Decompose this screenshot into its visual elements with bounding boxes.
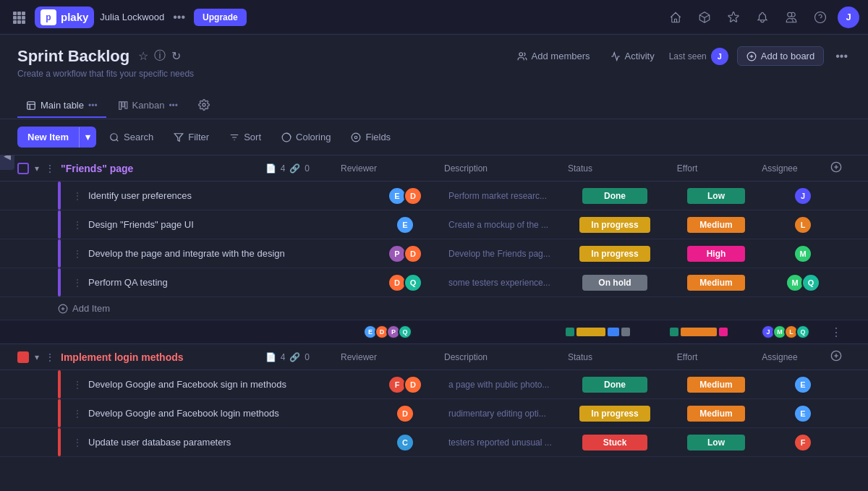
row-color-bar xyxy=(58,182,61,210)
main-table-dots[interactable]: ••• xyxy=(88,101,98,111)
row-effort[interactable]: Low xyxy=(665,188,767,204)
col-add-1[interactable] xyxy=(822,161,851,175)
row-name: Develop Google and Facebook sign in meth… xyxy=(88,376,362,393)
row-status[interactable]: In progress xyxy=(564,217,665,233)
collapse-sidebar-button[interactable]: ◀ xyxy=(0,155,14,170)
svg-rect-3 xyxy=(13,16,17,20)
filter-button[interactable]: Filter xyxy=(166,127,216,147)
user-avatar[interactable]: J xyxy=(838,7,859,28)
svg-rect-8 xyxy=(22,20,25,24)
reviewer-avatar: D xyxy=(396,404,414,423)
assignee-avatar: F xyxy=(793,433,812,452)
tab-kanban[interactable]: Kanban ••• xyxy=(109,94,187,118)
row-drag-handle[interactable]: ⋮ xyxy=(67,379,88,390)
tab-main-table[interactable]: Main table ••• xyxy=(17,94,106,118)
username-display: Julia Lockwood xyxy=(100,12,164,22)
activity-button[interactable]: Activity xyxy=(605,48,660,64)
effort-badge: Low xyxy=(687,435,745,451)
group-chevron-friends[interactable]: ▾ xyxy=(35,163,39,174)
summary-effort xyxy=(648,328,749,336)
row-assignee: F xyxy=(767,433,839,452)
sort-button[interactable]: Sort xyxy=(222,127,268,147)
svg-rect-4 xyxy=(17,16,21,20)
new-item-button[interactable]: New Item ▾ xyxy=(17,127,96,148)
row-drag-handle[interactable]: ⋮ xyxy=(67,437,88,448)
cube-icon[interactable] xyxy=(693,6,716,29)
group-chevron-login[interactable]: ▾ xyxy=(35,352,39,362)
row-status[interactable]: Done xyxy=(564,377,665,393)
info-icon[interactable]: ⓘ xyxy=(154,48,166,64)
group-checkbox-login[interactable] xyxy=(17,351,29,363)
row-effort[interactable]: Medium xyxy=(665,217,767,233)
row-reviewers: E D xyxy=(362,187,448,205)
row-effort[interactable]: High xyxy=(665,246,767,262)
row-effort[interactable]: Medium xyxy=(665,377,767,393)
add-members-button[interactable]: Add members xyxy=(511,48,596,64)
col-header-status-2: Status xyxy=(529,352,631,362)
summary-status xyxy=(547,328,648,336)
row-drag-handle[interactable]: ⋮ xyxy=(67,248,88,260)
assignee-avatar: Q xyxy=(801,273,820,292)
search-button[interactable]: Search xyxy=(102,127,161,147)
home-icon[interactable] xyxy=(664,6,687,29)
add-item-button[interactable]: Add Item xyxy=(0,297,868,320)
kanban-dots[interactable]: ••• xyxy=(169,101,178,111)
group-meta-login: 📄 4 🔗 0 xyxy=(265,352,310,362)
coloring-button[interactable]: Coloring xyxy=(274,127,338,147)
row-assignee: M xyxy=(767,244,839,263)
row-effort[interactable]: Medium xyxy=(665,275,767,291)
svg-rect-17 xyxy=(125,101,127,108)
group-header-friends: ▾ ⋮ "Friends" page 📄 4 🔗 0 Reviewer Desc… xyxy=(0,155,868,182)
people-icon[interactable] xyxy=(780,6,803,29)
row-drag-handle[interactable]: ⋮ xyxy=(67,408,88,419)
top-navigation: p plaky Julia Lockwood ••• Upgrade J xyxy=(0,0,868,35)
question-icon[interactable] xyxy=(809,6,832,29)
table-row: ⋮ Develop the page and integrate with th… xyxy=(0,239,868,268)
col-header-effort-1: Effort xyxy=(637,163,738,174)
svg-point-18 xyxy=(203,103,205,106)
row-status[interactable]: In progress xyxy=(564,406,665,422)
add-to-board-button[interactable]: Add to board xyxy=(737,46,824,66)
row-drag-handle[interactable]: ⋮ xyxy=(67,190,88,202)
star-icon[interactable] xyxy=(722,6,745,29)
svg-point-10 xyxy=(519,52,523,56)
col-add-2[interactable] xyxy=(822,350,851,364)
board-header: Sprint Backlog ☆ ⓘ ↻ Add members Activit… xyxy=(0,35,868,93)
row-effort[interactable]: Low xyxy=(665,435,767,451)
row-status[interactable]: In progress xyxy=(564,246,665,262)
table-row: ⋮ Design "Friends" page UI E Create a mo… xyxy=(0,210,868,239)
row-status[interactable]: On hold xyxy=(564,275,665,291)
col-header-effort-2: Effort xyxy=(637,352,738,362)
more-options-icon[interactable]: ••• xyxy=(170,8,188,27)
svg-rect-6 xyxy=(13,20,17,24)
row-status[interactable]: Stuck xyxy=(564,435,665,451)
row-name: Develop the page and integrate with the … xyxy=(88,245,362,262)
row-drag-handle[interactable]: ⋮ xyxy=(67,219,88,231)
summary-reviewer-avatar: Q xyxy=(398,325,412,339)
view-settings-icon[interactable] xyxy=(192,93,216,119)
bookmark-icon[interactable]: ☆ xyxy=(138,49,148,63)
row-status[interactable]: Done xyxy=(564,188,665,204)
board-title: Sprint Backlog xyxy=(17,47,129,66)
fields-button[interactable]: Fields xyxy=(344,127,398,147)
board-more-options-icon[interactable]: ••• xyxy=(833,47,851,66)
reviewer-avatar: E xyxy=(396,215,414,234)
group-checkbox-friends[interactable] xyxy=(17,163,29,174)
group-drag-friends[interactable]: ⋮ xyxy=(45,163,55,174)
group-drag-login[interactable]: ⋮ xyxy=(45,351,55,363)
refresh-icon[interactable]: ↻ xyxy=(171,49,181,63)
last-seen-indicator: Last seen J xyxy=(669,48,728,65)
group-name-login: Implement login methods xyxy=(61,351,260,363)
plaky-logo[interactable]: p plaky xyxy=(35,7,94,28)
upgrade-button[interactable]: Upgrade xyxy=(194,9,247,26)
summary-status-bar xyxy=(576,328,605,336)
row-description: a page with public photo... xyxy=(448,380,564,390)
row-effort[interactable]: Medium xyxy=(665,406,767,422)
view-tabs: Main table ••• Kanban ••• xyxy=(0,93,868,119)
grid-menu-icon[interactable] xyxy=(9,7,29,27)
effort-badge: Medium xyxy=(687,275,745,291)
summary-more[interactable]: ⋮ xyxy=(822,325,851,339)
row-drag-handle[interactable]: ⋮ xyxy=(67,277,88,289)
bell-icon[interactable] xyxy=(751,6,774,29)
row-name: Update user database parameters xyxy=(88,434,362,451)
